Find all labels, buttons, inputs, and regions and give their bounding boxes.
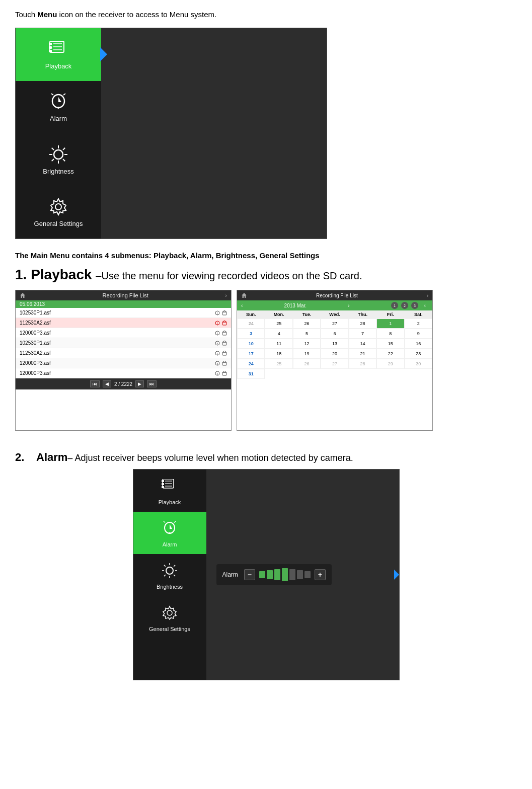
svg-rect-49 [222,372,226,375]
brightness-icon [48,144,68,165]
alarm-sidebar-playback[interactable]: Playback [133,469,206,512]
cal-cell[interactable]: 1 [376,319,404,329]
cal-cell[interactable]: 12 [293,339,321,349]
alarm-sidebar-general[interactable]: General Settings [133,596,206,639]
cal-cell[interactable]: 28 [349,359,376,369]
alarm-minus-button[interactable]: − [244,569,255,580]
prev-page-button[interactable]: ◀ [103,380,111,387]
cal-header: Recording File List › [237,290,432,300]
last-page-button[interactable]: ⏭ [147,380,157,387]
cal-cell[interactable]: 14 [349,339,376,349]
cal-cell[interactable]: 30 [405,359,432,369]
svg-text:2: 2 [217,332,218,335]
alarm-control-row: Alarm − + [216,564,332,585]
svg-line-17 [52,147,54,149]
cal-cell[interactable]: 13 [321,339,348,349]
menu-item-alarm[interactable]: Alarm [16,81,101,134]
intro-text-after: icon on the receiver to access to Menu s… [57,10,216,19]
file-list-rows: 102530P1.asf 1 112530A2.asf 2 120000P3.a… [16,308,231,378]
next-page-button[interactable]: ▶ [135,380,144,387]
cal-next-btn[interactable]: › [348,303,349,308]
cal-cell[interactable]: 29 [376,359,404,369]
svg-line-10 [51,94,53,95]
file-list-header: Recording File List › [16,290,231,300]
cal-cell[interactable]: 3 [237,329,265,339]
cal-cell[interactable]: 23 [405,349,432,359]
svg-marker-42 [222,351,226,352]
svg-rect-3 [49,50,52,52]
cal-cell[interactable]: 4 [265,329,292,339]
cal-cell[interactable]: 25 [265,319,292,329]
cal-cell[interactable]: 18 [265,349,292,359]
cal-cell[interactable]: 26 [293,359,321,369]
cal-cell[interactable]: 2 [405,319,432,329]
alarm-volume-bars [259,568,311,581]
alarm-brightness-icon [160,561,180,581]
cal-cell[interactable]: 25 [265,359,292,369]
cal-cell[interactable]: 10 [237,339,265,349]
svg-line-71 [174,565,175,567]
intro-paragraph: Touch Menu icon on the receiver to acces… [15,10,517,19]
cal-header-arrow: › [427,293,428,298]
cal-home-icon [241,292,247,298]
cal-cell[interactable]: 5 [293,329,321,339]
cal-cell[interactable]: 24 [237,359,265,369]
cal-cell[interactable]: 15 [376,339,404,349]
alarm-bar-4 [282,568,288,581]
menu-item-brightness-label: Brightness [43,168,73,175]
menu-item-brightness[interactable]: Brightness [16,133,101,186]
cal-cell[interactable]: 21 [349,349,376,359]
svg-text:4: 4 [217,342,218,345]
alarm-plus-button[interactable]: + [315,569,326,580]
cal-cell[interactable]: 27 [321,319,348,329]
cal-cell[interactable]: 19 [293,349,321,359]
svg-marker-38 [222,341,226,342]
first-page-button[interactable]: ⏮ [90,380,100,387]
cal-cell[interactable]: 20 [321,349,348,359]
table-row: 120000P3.asf 2 [16,368,231,378]
file-list-date-row: 05.06.2013 [16,300,231,308]
alarm-bar-3 [274,569,280,580]
alarm-settings-icon [160,603,180,623]
svg-rect-45 [222,362,226,365]
svg-rect-41 [222,352,226,355]
svg-line-63 [174,521,176,523]
svg-marker-60 [170,524,172,529]
svg-line-70 [174,575,175,576]
menu-item-alarm-label: Alarm [50,115,67,122]
svg-marker-50 [222,371,226,372]
playback-number: 1. [15,267,27,282]
cal-cell[interactable]: 22 [376,349,404,359]
intro-text-before: Touch [15,10,37,19]
cal-month-row: ‹ 2013 Mar. › 1 2 3 4 [237,300,432,310]
cal-cell[interactable]: 8 [376,329,404,339]
cal-cell[interactable]: 31 [237,369,265,379]
cal-month-label: 2013 Mar. [284,303,307,308]
menu-item-general-settings[interactable]: General Settings [16,186,101,239]
cal-cell[interactable]: 11 [265,339,292,349]
cal-cell[interactable]: 17 [237,349,265,359]
alarm-bar-7 [305,571,311,578]
cal-cam-icon-4: 4 [421,302,428,309]
alarm-sidebar-brightness[interactable]: Brightness [133,554,206,596]
svg-rect-2 [49,46,52,49]
alarm-sidebar-alarm[interactable]: Alarm [133,512,206,554]
cal-prev-btn[interactable]: ‹ [241,303,243,308]
cal-cell[interactable]: 26 [293,319,321,329]
svg-marker-34 [222,331,226,332]
table-row: 112530A2.asf 2 [16,318,231,328]
svg-text:2: 2 [217,322,218,325]
cal-cell[interactable]: 16 [405,339,432,349]
cal-cell[interactable]: 7 [349,329,376,339]
cal-cell[interactable]: 9 [405,329,432,339]
cal-cell[interactable]: 28 [349,319,376,329]
menu-item-playback[interactable]: Playback [16,28,101,81]
alarm-screenshot: Playback Alarm [133,469,400,680]
cal-cell[interactable]: 6 [321,329,348,339]
cal-cell[interactable]: 24 [237,319,265,329]
menu-item-playback-label: Playback [45,62,72,70]
svg-text:1: 1 [217,312,218,315]
cal-cell[interactable]: 27 [321,359,348,369]
svg-line-69 [164,565,166,567]
svg-rect-1 [49,43,52,45]
